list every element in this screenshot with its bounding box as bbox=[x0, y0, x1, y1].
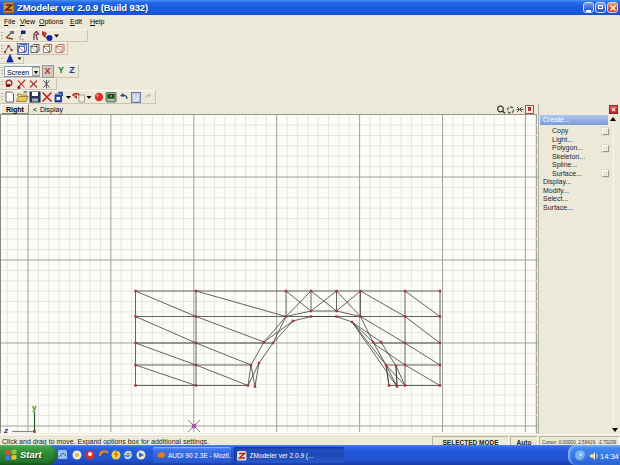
svg-text:z: z bbox=[3, 426, 8, 433]
svg-text:y: y bbox=[32, 403, 37, 412]
